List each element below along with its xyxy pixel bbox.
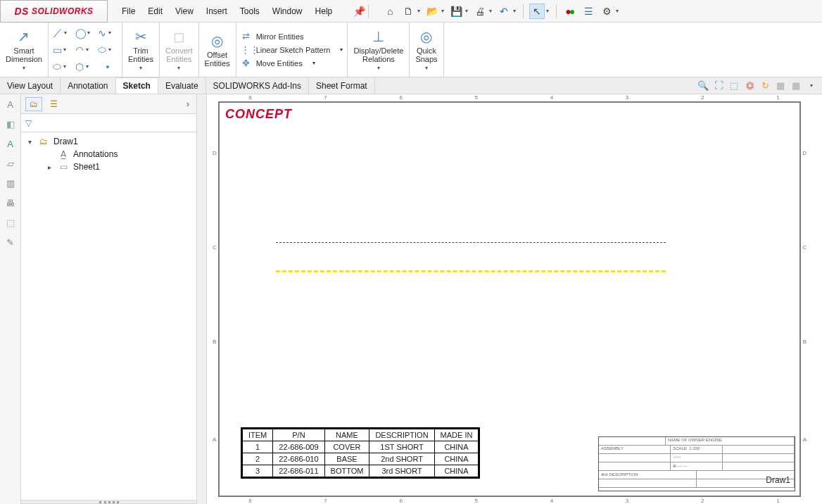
point-icon[interactable]: • [98, 59, 118, 75]
bom-table[interactable]: ITEM P/N NAME DESCRIPTION MADE IN 122-68… [241, 427, 480, 479]
annotations-icon: A̲ [58, 149, 69, 159]
rail-h-icon[interactable]: ✎ [4, 235, 18, 249]
caret-icon[interactable]: ▾ [489, 8, 492, 14]
menu-help[interactable]: Help [315, 6, 333, 16]
table-row[interactable]: 222-686-010BASE2nd SHORTCHINA [243, 453, 479, 465]
select-icon[interactable]: ↖ [529, 4, 545, 19]
pattern-icon: ⋮⋮ [241, 44, 252, 55]
tab-addins[interactable]: SOLIDWORKS Add-Ins [206, 77, 309, 94]
rail-e-icon[interactable]: ▥ [4, 176, 18, 190]
trim-icon: ✂ [135, 28, 147, 45]
rail-d-icon[interactable]: ▱ [4, 156, 18, 170]
new-icon[interactable]: 🗋 [400, 4, 416, 19]
zoom-fit-icon[interactable]: ⬚ [728, 79, 740, 92]
dimension-icon: ↗ [18, 28, 30, 45]
print-icon[interactable]: 🖨 [472, 4, 488, 19]
relations-icon: ⊥ [372, 28, 384, 45]
home-icon[interactable]: ⌂ [382, 4, 398, 19]
zoom-icon[interactable]: 🔍 [697, 79, 709, 92]
tree-sheet[interactable]: ▸▭Sheet1 [44, 160, 194, 173]
mirror-entities-button[interactable]: ⇄Mirror Entities [241, 31, 343, 42]
caret-icon[interactable]: ▾ [805, 79, 818, 92]
splitter[interactable] [21, 500, 196, 504]
caret-icon[interactable]: ▾ [546, 8, 549, 14]
rail-g-icon[interactable]: ⬚ [4, 215, 18, 229]
menu-tools[interactable]: Tools [240, 6, 260, 16]
title-block[interactable]: NAME OF OWNER ENGINE ASSEMBLYSCALE 1:100… [598, 436, 795, 491]
menu-edit[interactable]: Edit [148, 6, 163, 16]
tab-annotation[interactable]: Annotation [61, 77, 115, 94]
mirror-icon: ⇄ [241, 31, 252, 42]
config-tab-icon[interactable]: ☰ [45, 97, 62, 111]
drawing-icon: 🗂 [38, 137, 49, 146]
tree-tab-icon[interactable]: 🗂 [25, 97, 42, 111]
offset-icon: ◎ [211, 32, 223, 49]
centreline-yellow [276, 270, 666, 272]
tab-view-layout[interactable]: View Layout [0, 77, 61, 94]
move-icon: ✥ [241, 58, 252, 68]
circle-icon[interactable]: ◯▾ [75, 25, 95, 41]
caret-icon[interactable]: ▾ [513, 8, 516, 14]
view-toolbar: 🔍 ⛶ ⬚ ⏣ ↻ ▦ ▦ ▾ [697, 79, 818, 92]
convert-icon: ◻ [173, 28, 185, 45]
view-a-icon[interactable]: ▦ [774, 79, 787, 92]
caret-icon[interactable]: ▾ [417, 8, 420, 14]
tree-annotations[interactable]: A̲Annotations [44, 148, 194, 160]
drawing-canvas[interactable]: CONCEPT 8 7 6 5 4 3 2 1 D C B A D C B A [197, 94, 822, 504]
tree-root[interactable]: ▾🗂Draw1 [24, 135, 194, 148]
offset-entities-button[interactable]: ◎ Offset Entities [199, 23, 236, 77]
menu-window[interactable]: Window [272, 6, 303, 16]
table-row[interactable]: 322-686-011BOTTOM3rd SHORTCHINA [243, 465, 479, 477]
menu-view[interactable]: View [175, 6, 194, 16]
sheet-icon: ▭ [58, 162, 69, 172]
menu-file[interactable]: File [122, 6, 135, 16]
centreline-dash [276, 242, 666, 243]
arc-icon[interactable]: ◠▾ [75, 42, 95, 58]
left-rail: A ◧ A ▱ ▥ 🖶 ⬚ ✎ [0, 94, 21, 504]
tab-evaluate[interactable]: Evaluate [158, 77, 206, 94]
rail-b-icon[interactable]: ◧ [4, 117, 18, 131]
caret-icon[interactable]: ▾ [465, 8, 468, 14]
polygon-icon[interactable]: ⬡▾ [75, 59, 95, 75]
settings-icon[interactable]: ⚙ [599, 4, 614, 19]
trim-entities-button[interactable]: ✂ Trim Entities ▾ [122, 23, 160, 77]
ellipse-icon[interactable]: ⬭▾ [98, 42, 118, 58]
slot-icon[interactable]: ⬭▾ [53, 59, 72, 75]
quick-snaps-button[interactable]: ◎ Quick Snaps ▾ [410, 23, 443, 77]
titleblock-name: Draw1 [766, 475, 790, 485]
undo-icon[interactable]: ↶ [496, 4, 512, 19]
collapse-icon[interactable]: › [186, 99, 192, 109]
rail-f-icon[interactable]: 🖶 [4, 196, 18, 210]
linear-pattern-button[interactable]: ⋮⋮Linear Sketch Pattern▾ [241, 44, 343, 55]
spline-icon[interactable]: ∿▾ [98, 25, 118, 41]
move-entities-button[interactable]: ✥Move Entities▾ [241, 58, 343, 68]
feature-tree-panel: 🗂 ☰ › ▽ ▾🗂Draw1 A̲Annotations ▸▭Sheet1 [21, 94, 197, 504]
open-icon[interactable]: 📂 [424, 4, 440, 19]
sketch-tools-grid: ／▾ ◯▾ ∿▾ ▭▾ ◠▾ ⬭▾ ⬭▾ ⬡▾ • [49, 23, 122, 77]
tab-sketch[interactable]: Sketch [116, 77, 158, 94]
list-icon[interactable]: ☰ [581, 4, 596, 19]
table-row[interactable]: 122-686-009COVER1ST SHORTCHINA [243, 441, 479, 453]
save-icon[interactable]: 💾 [448, 4, 464, 19]
traffic-light-icon[interactable]: ●● [562, 4, 578, 19]
rail-c-icon[interactable]: A [4, 137, 18, 151]
concept-stamp: CONCEPT [225, 107, 292, 122]
line-icon[interactable]: ／▾ [53, 25, 72, 41]
display-relations-button[interactable]: ⊥ Display/Delete Relations ▾ [348, 23, 410, 77]
rail-a-icon[interactable]: A [4, 97, 18, 111]
caret-icon[interactable]: ▾ [441, 8, 444, 14]
magnet-icon[interactable]: ⏣ [743, 79, 756, 92]
convert-entities-button: ◻ Convert Entities ▾ [160, 23, 199, 77]
rect-icon[interactable]: ▭▾ [53, 42, 72, 58]
refresh-icon[interactable]: ↻ [759, 79, 771, 92]
snap-icon: ◎ [420, 28, 432, 45]
tab-sheet-format[interactable]: Sheet Format [309, 77, 375, 94]
view-b-icon[interactable]: ▦ [790, 79, 802, 92]
zoom-window-icon[interactable]: ⛶ [712, 79, 725, 92]
caret-icon[interactable]: ▾ [616, 8, 619, 14]
smart-dimension-button[interactable]: ↗ Smart Dimension ▾ [0, 23, 49, 77]
menu-insert[interactable]: Insert [206, 6, 227, 16]
pin-icon[interactable]: 📌 [353, 6, 365, 17]
filter-icon[interactable]: ▽ [21, 114, 196, 132]
app-logo: DSSOLIDWORKS [0, 0, 108, 23]
